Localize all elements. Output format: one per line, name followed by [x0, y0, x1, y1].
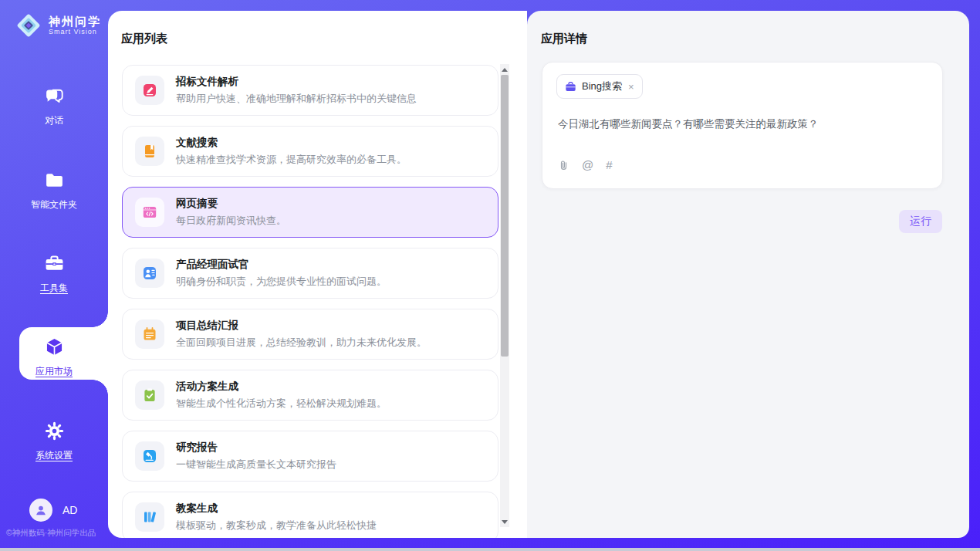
app-card-text: 文献搜索快速精准查找学术资源，提高研究效率的必备工具。 [176, 136, 407, 167]
sidebar-item-label: 智能文件夹 [0, 198, 108, 211]
app-card-desc: 全面回顾项目进展，总结经验教训，助力未来优化发展。 [176, 336, 427, 350]
research-icon [142, 448, 157, 464]
sidebar-item-label: 工具集 [0, 282, 108, 295]
tool-tag-label: Bing搜索 [582, 79, 622, 93]
app-card[interactable]: 招标文件解析帮助用户快速、准确地理解和解析招标书中的关键信息 [122, 65, 498, 116]
app-card-text: 招标文件解析帮助用户快速、准确地理解和解析招标书中的关键信息 [176, 75, 417, 106]
app-card-desc: 一键智能生成高质量长文本研究报告 [176, 458, 336, 472]
paperclip-icon[interactable] [558, 159, 569, 171]
app-icon-tile [135, 441, 164, 471]
person-icon [34, 503, 48, 517]
calendar-icon [142, 326, 157, 342]
sidebar-item-label: 对话 [0, 114, 108, 127]
app-card-text: 活动方案生成智能生成个性化活动方案，轻松解决规划难题。 [176, 380, 387, 411]
app-card[interactable]: 文献搜索快速精准查找学术资源，提高研究效率的必备工具。 [122, 126, 498, 177]
gear-icon [44, 421, 65, 441]
chat-icon [44, 86, 65, 106]
app-icon-tile [135, 380, 164, 410]
scroll-up-icon[interactable] [500, 64, 509, 75]
app-detail-panel: 应用详情 Bing搜索 × 今日湖北有哪些新闻要点？有哪些需要关注的最新政策？ … [527, 11, 969, 538]
edit-icon [142, 83, 157, 98]
app-card[interactable]: 活动方案生成智能生成个性化活动方案，轻松解决规划难题。 [122, 370, 498, 421]
app-list-title: 应用列表 [121, 32, 167, 46]
app-card-desc: 明确身份和职责，为您提供专业性的面试问题。 [176, 275, 387, 289]
app-card-name: 产品经理面试官 [176, 258, 387, 272]
folder-icon [44, 170, 65, 191]
copyright: ©神州数码·神州问学出品 [6, 528, 108, 539]
app-icon-tile [135, 198, 164, 227]
app-card[interactable]: 研究报告一键智能生成高质量长文本研究报告 [122, 431, 498, 482]
sidebar-item-chat[interactable]: 对话 [0, 86, 108, 127]
at-icon[interactable]: @ [582, 159, 593, 171]
app-icon-tile [135, 259, 164, 288]
app-card-text: 研究报告一键智能生成高质量长文本研究报告 [176, 441, 336, 472]
app-card-name: 招标文件解析 [176, 75, 417, 89]
cube-icon [44, 336, 65, 357]
window-bottom-edge [0, 548, 980, 551]
app-card-desc: 模板驱动，教案秒成，教学准备从此轻松快捷 [176, 519, 377, 532]
toolbox-icon [44, 253, 65, 274]
app-detail-title: 应用详情 [541, 32, 587, 46]
run-button[interactable]: 运行 [899, 210, 942, 233]
app-card-name: 网页摘要 [176, 197, 286, 211]
app-card-name: 教案生成 [176, 502, 377, 516]
prompt-input[interactable]: 今日湖北有哪些新闻要点？有哪些需要关注的最新政策？ [558, 117, 927, 131]
clipboard-check-icon [142, 387, 157, 403]
app-card-name: 项目总结汇报 [176, 319, 427, 333]
app-card-desc: 帮助用户快速、准确地理解和解析招标书中的关键信息 [176, 92, 417, 106]
active-bubble-fillet-top [93, 312, 108, 327]
app-card-text: 教案生成模板驱动，教案秒成，教学准备从此轻松快捷 [176, 502, 377, 532]
sidebar: 神州问学 Smart Vision AD ©神州数码·神州问学出品 对话智能文件… [0, 0, 108, 551]
app-card-text: 网页摘要每日政府新闻资讯快查。 [176, 197, 286, 228]
app-card-desc: 每日政府新闻资讯快查。 [176, 214, 286, 228]
app-card-desc: 智能生成个性化活动方案，轻松解决规划难题。 [176, 397, 387, 411]
user-account[interactable]: AD [29, 499, 77, 522]
composer-card[interactable]: Bing搜索 × 今日湖北有哪些新闻要点？有哪些需要关注的最新政策？ @# [542, 62, 943, 189]
book-icon [142, 144, 157, 159]
interview-icon [142, 265, 157, 281]
scroll-down-icon[interactable] [500, 516, 509, 527]
browser-code-icon [142, 205, 157, 220]
app-card-text: 产品经理面试官明确身份和职责，为您提供专业性的面试问题。 [176, 258, 387, 289]
app-icon-tile [135, 137, 164, 166]
app-card[interactable]: 项目总结汇报全面回顾项目进展，总结经验教训，助力未来优化发展。 [122, 309, 498, 360]
briefcase-icon [565, 81, 576, 93]
app-card-desc: 快速精准查找学术资源，提高研究效率的必备工具。 [176, 153, 407, 167]
tool-tag-bing-search[interactable]: Bing搜索 × [556, 74, 643, 99]
sidebar-item-smart-folder[interactable]: 智能文件夹 [0, 170, 108, 211]
scroll-thumb[interactable] [501, 75, 509, 357]
logo-title: 神州问学 [49, 15, 101, 28]
active-bubble-fillet-bottom [93, 380, 108, 395]
avatar [29, 499, 52, 522]
logo-diamond-icon [14, 11, 43, 40]
sidebar-item-label: 应用市场 [0, 365, 108, 378]
app-icon-tile [135, 76, 164, 105]
books-icon [142, 509, 157, 525]
sidebar-item-settings[interactable]: 系统设置 [0, 421, 108, 462]
sidebar-item-label: 系统设置 [0, 449, 108, 462]
app-card[interactable]: 产品经理面试官明确身份和职责，为您提供专业性的面试问题。 [122, 248, 498, 299]
app-card-text: 项目总结汇报全面回顾项目进展，总结经验教训，助力未来优化发展。 [176, 319, 427, 350]
app-list-panel: 应用列表 招标文件解析帮助用户快速、准确地理解和解析招标书中的关键信息文献搜索快… [108, 11, 527, 538]
sidebar-item-toolset[interactable]: 工具集 [0, 253, 108, 295]
app-icon-tile [135, 319, 164, 349]
remove-tool-icon[interactable]: × [628, 81, 634, 93]
app-card-name: 活动方案生成 [176, 380, 387, 394]
logo: 神州问学 Smart Vision [14, 11, 101, 40]
scrollbar[interactable] [500, 64, 509, 527]
app-card-name: 研究报告 [176, 441, 336, 455]
app-card-name: 文献搜索 [176, 136, 407, 150]
app-card[interactable]: 网页摘要每日政府新闻资讯快查。 [122, 187, 498, 238]
user-name: AD [63, 504, 77, 516]
app-icon-tile [135, 502, 164, 532]
sidebar-item-app-market[interactable]: 应用市场 [0, 336, 108, 378]
app-card[interactable]: 教案生成模板驱动，教案秒成，教学准备从此轻松快捷 [122, 492, 498, 538]
hash-icon[interactable]: # [606, 159, 612, 171]
logo-subtitle: Smart Vision [49, 28, 101, 35]
app-window: 神州问学 Smart Vision AD ©神州数码·神州问学出品 对话智能文件… [0, 0, 980, 551]
